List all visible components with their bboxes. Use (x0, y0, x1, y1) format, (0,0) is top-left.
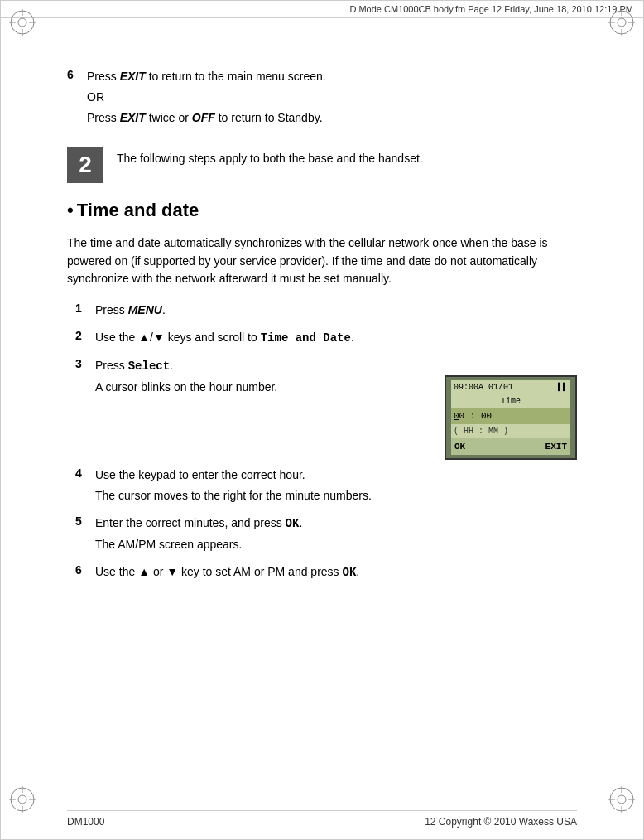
page: D Mode CM1000CB body.fm Page 12 Friday, … (0, 0, 644, 840)
time-date-heading: • Time and date (67, 200, 577, 221)
reg-mark-br (607, 784, 637, 814)
step6-content: Press EXIT to return to the main menu sc… (87, 68, 577, 130)
step6b-content: Use the ▲ or ▼ key to set AM or PM and p… (95, 563, 577, 585)
lcd-status-left: 09:00A 01/01 (454, 381, 513, 393)
step4-content: Use the keypad to enter the correct hour… (95, 466, 577, 508)
time-date-body: The time and date automatically synchron… (67, 234, 577, 288)
lcd-buttons: OK EXIT (451, 438, 570, 456)
svg-point-7 (618, 18, 626, 27)
step5-num: 5 (75, 514, 95, 528)
section2-number: 2 (67, 147, 103, 183)
footer-right: 12 Copyright © 2010 Waxess USA (425, 816, 577, 828)
bullet-icon: • (67, 200, 74, 221)
heading-text: Time and date (77, 200, 199, 221)
step6b-text: Use the ▲ or ▼ key to set AM or PM and p… (95, 563, 577, 582)
step4-subtext: The cursor moves to the right for the mi… (95, 487, 577, 504)
svg-point-19 (618, 795, 626, 804)
steps-list: 1 Press MENU. 2 Use the ▲/▼ keys and scr… (75, 302, 577, 585)
step2-text: Use the ▲/▼ keys and scroll to Time and … (95, 329, 577, 347)
lcd-label: Time (451, 394, 570, 408)
lcd-format-hint: ( HH : MM ) (451, 424, 570, 438)
step6-block: 6 Press EXIT to return to the main menu … (67, 68, 577, 130)
step5-content: Enter the correct minutes, and press OK.… (95, 514, 577, 557)
step6-line1: Press EXIT to return to the main menu sc… (87, 68, 577, 85)
step5-subtext: The AM/PM screen appears. (95, 536, 577, 553)
header-bar: D Mode CM1000CB body.fm Page 12 Friday, … (1, 1, 643, 18)
lcd-status-row: 09:00A 01/01 ▌▌ (451, 380, 570, 394)
reg-mark-tl (7, 7, 37, 37)
step2-content: Use the ▲/▼ keys and scroll to Time and … (95, 329, 577, 350)
lcd-screen: 09:00A 01/01 ▌▌ Time 00 : 00 ( HH : MM )… (445, 375, 577, 460)
reg-mark-tr (607, 7, 637, 37)
step1-num: 1 (75, 302, 95, 315)
step6b-num: 6 (75, 563, 95, 577)
header-text: D Mode CM1000CB body.fm Page 12 Friday, … (349, 4, 633, 14)
lcd-time-row: 00 : 00 (451, 408, 570, 424)
svg-point-13 (18, 795, 26, 804)
step5-text: Enter the correct minutes, and press OK. (95, 514, 577, 533)
lcd-ok-btn: OK (454, 440, 465, 454)
section2-callout: 2 The following steps apply to both the … (67, 147, 577, 183)
lcd-exit-btn: EXIT (545, 440, 567, 454)
step3-num: 3 (75, 357, 95, 370)
step3-text: Press Select. (95, 357, 577, 375)
reg-mark-bl (7, 784, 37, 814)
lcd-signal-icon: ▌▌ (558, 381, 568, 393)
step4-text: Use the keypad to enter the correct hour… (95, 466, 577, 484)
step3-content: Press Select. 09:00A 01/01 ▌▌ Time 00 : … (95, 357, 577, 460)
list-item-3: 3 Press Select. 09:00A 01/01 ▌▌ Time (75, 357, 577, 460)
main-content: 6 Press EXIT to return to the main menu … (1, 18, 643, 616)
list-item-6: 6 Use the ▲ or ▼ key to set AM or PM and… (75, 563, 577, 585)
footer: DM1000 12 Copyright © 2010 Waxess USA (67, 810, 577, 828)
svg-point-1 (18, 18, 26, 27)
list-item-5: 5 Enter the correct minutes, and press O… (75, 514, 577, 557)
lcd-time-value: 00 : 00 (454, 409, 492, 423)
section2-description: The following steps apply to both the ba… (117, 147, 423, 183)
list-item-2: 2 Use the ▲/▼ keys and scroll to Time an… (75, 329, 577, 350)
step4-num: 4 (75, 466, 95, 480)
list-item-4: 4 Use the keypad to enter the correct ho… (75, 466, 577, 508)
step6-line2: OR (87, 89, 577, 106)
footer-left: DM1000 (67, 816, 104, 828)
step2-num: 2 (75, 329, 95, 342)
step1-content: Press MENU. (95, 302, 577, 322)
step6-line3: Press EXIT twice or OFF to return to Sta… (87, 109, 577, 127)
step6-number: 6 (67, 68, 84, 130)
step1-text: Press MENU. (95, 302, 577, 319)
list-item-1: 1 Press MENU. (75, 302, 577, 322)
